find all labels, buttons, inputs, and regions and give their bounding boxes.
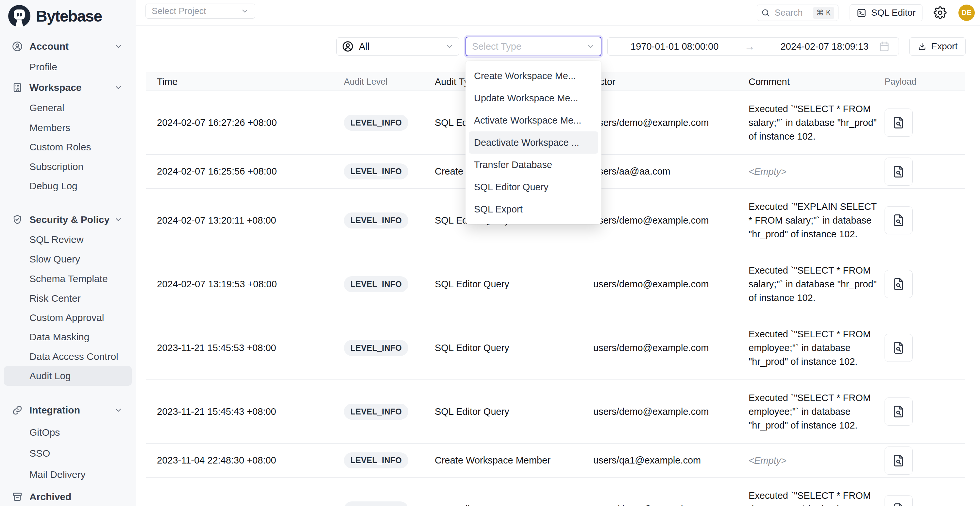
user-circle-icon [12,41,23,52]
payload-view-button[interactable] [885,495,913,506]
row-audit-level: LEVEL_INFO [344,340,435,356]
chevron-down-icon [114,83,123,92]
sidebar-item-mail-delivery[interactable]: Mail Delivery [0,465,136,484]
payload-view-button[interactable] [885,398,913,426]
payload-view-button[interactable] [885,447,913,475]
row-audit-type: SQL Editor Query [435,406,593,417]
row-audit-type: SQL Editor Query [435,504,593,506]
sql-editor-button[interactable]: SQL Editor [850,4,923,21]
row-comment: Executed `"EXPLAIN SELECT * FROM salary;… [749,196,880,245]
chevron-down-icon [114,215,123,224]
level-badge: LEVEL_INFO [344,404,408,420]
chevron-down-icon [114,406,123,414]
sidebar-item-custom-roles[interactable]: Custom Roles [0,137,136,157]
row-comment: Executed `"SELECT * FROM salary;"` in da… [749,259,880,309]
sidebar-item-security-policy[interactable]: Security & Policy [0,210,136,229]
file-search-icon [891,164,906,179]
date-range-picker[interactable]: 1970-01-01 08:00:00 → 2024-02-07 18:09:1… [607,37,899,56]
file-search-icon [891,453,906,468]
export-label: Export [931,41,958,52]
audit-type-option[interactable]: Activate Workspace Me... [469,109,598,131]
search-box[interactable]: ⌘ K [757,5,838,21]
payload-view-button[interactable] [885,158,913,186]
sidebar-item-account[interactable]: Account [0,37,136,56]
level-badge: LEVEL_INFO [344,115,408,131]
chevron-down-icon [114,42,123,51]
row-audit-level: LEVEL_INFO [344,115,435,131]
audit-type-option[interactable]: SQL Export [469,198,598,220]
audit-type-dropdown-menu: Create Workspace Me... Update Workspace … [466,61,601,224]
file-search-icon [891,404,906,419]
topbar-actions: ⌘ K SQL Editor DE [757,0,975,25]
link-icon [12,405,23,416]
topbar: Select Project ⌘ K SQL Editor DE [136,0,980,26]
level-badge: LEVEL_INFO [344,212,408,229]
audit-type-option[interactable]: Transfer Database [469,154,598,176]
audit-type-filter-select[interactable]: Select Type [466,37,601,56]
table-row: 2023-11-04 21:26:24 +08:00 LEVEL_INFO SQ… [146,477,965,506]
settings-gear-icon[interactable] [934,6,947,20]
sidebar-item-sso[interactable]: SSO [0,444,136,463]
row-time: 2023-11-04 22:48:30 +08:00 [146,455,344,466]
row-audit-level: LEVEL_INFO [344,501,435,506]
file-search-icon [891,341,906,355]
bytebase-logo[interactable]: Bytebase [7,4,102,28]
sidebar: Bytebase Account Profile Workspace Gener… [0,0,136,506]
search-kbd-shortcut: ⌘ K [813,7,834,19]
payload-view-button[interactable] [885,270,913,298]
audit-type-option[interactable]: SQL Editor Query [469,176,598,198]
brand-name: Bytebase [36,7,102,25]
download-icon [918,42,927,51]
sidebar-item-workspace[interactable]: Workspace [0,78,136,97]
sidebar-item-risk-center[interactable]: Risk Center [0,289,136,308]
row-payload [880,158,965,186]
file-search-icon [891,213,906,228]
table-row: 2024-02-07 13:19:53 +08:00 LEVEL_INFO SQ… [146,252,965,316]
payload-view-button[interactable] [885,334,913,362]
search-input[interactable] [774,8,808,18]
row-audit-type: SQL Editor Query [435,342,593,353]
project-select-placeholder: Select Project [152,6,206,16]
sidebar-item-data-access-control[interactable]: Data Access Control [0,347,136,366]
sidebar-item-custom-approval[interactable]: Custom Approval [0,308,136,328]
sidebar-item-archived[interactable]: Archived [0,487,136,506]
audit-type-option[interactable]: Create Workspace Me... [469,65,598,87]
row-actor: users/demo@example.com [593,117,749,128]
level-badge: LEVEL_INFO [344,276,408,292]
export-button[interactable]: Export [909,37,966,56]
project-select[interactable]: Select Project [145,3,255,19]
row-payload [880,270,965,298]
sidebar-item-general[interactable]: General [0,98,136,118]
sidebar-item-profile[interactable]: Profile [0,57,136,77]
level-badge: LEVEL_INFO [344,501,408,506]
row-payload [880,398,965,426]
sidebar-item-schema-template[interactable]: Schema Template [0,269,136,289]
sidebar-item-slow-query[interactable]: Slow Query [0,250,136,269]
payload-view-button[interactable] [885,108,913,137]
row-audit-type: Create Workspace Member [435,455,593,466]
row-audit-type: SQL Editor Query [435,279,593,290]
file-search-icon [891,502,906,506]
sidebar-item-data-masking[interactable]: Data Masking [0,327,136,347]
row-actor: users/demo@example.com [593,279,749,290]
row-actor: users/demo@example.com [593,504,749,506]
row-audit-level: LEVEL_INFO [344,452,435,468]
user-avatar[interactable]: DE [958,5,975,21]
audit-type-option[interactable]: Deactivate Workspace ... [469,131,598,154]
row-time: 2024-02-07 13:20:11 +08:00 [146,215,344,226]
sidebar-item-sql-review[interactable]: SQL Review [0,230,136,250]
actor-filter-select[interactable]: All [336,37,459,56]
column-header-audit-level: Audit Level [344,77,435,87]
payload-view-button[interactable] [885,206,913,234]
audit-type-option[interactable]: Update Workspace Me... [469,87,598,109]
sidebar-item-integration[interactable]: Integration [0,400,136,420]
sidebar-item-audit-log[interactable]: Audit Log [4,366,132,386]
sidebar-item-gitops[interactable]: GitOps [0,423,136,442]
table-row: 2023-11-21 15:45:53 +08:00 LEVEL_INFO SQ… [146,316,965,380]
column-header-comment: Comment [749,71,880,93]
sidebar-item-debug-log[interactable]: Debug Log [0,176,136,196]
sidebar-item-members[interactable]: Members [0,118,136,138]
row-time: 2024-02-07 13:19:53 +08:00 [146,279,344,290]
sidebar-item-subscription[interactable]: Subscription [0,157,136,177]
row-audit-level: LEVEL_INFO [344,212,435,229]
